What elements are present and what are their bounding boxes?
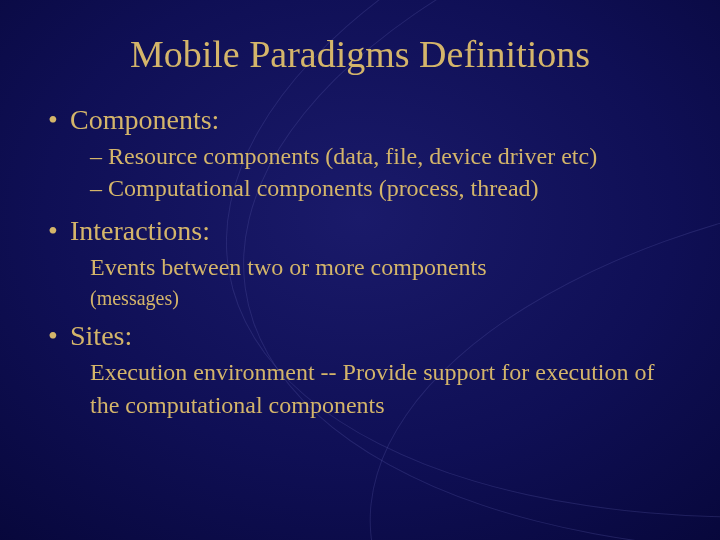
sub-text-small: (messages) — [90, 285, 672, 312]
bullet-icon: • — [48, 215, 70, 247]
bullet-label: Components: — [70, 104, 219, 136]
bullet-list: • Components: – Resource components (dat… — [48, 104, 672, 421]
bullet-icon: • — [48, 104, 70, 136]
dash-icon: – — [90, 172, 108, 204]
bullet-item-sites: • Sites: Execution environment -- Provid… — [48, 320, 672, 421]
bullet-icon: • — [48, 320, 70, 352]
bullet-item-components: • Components: – Resource components (dat… — [48, 104, 672, 205]
sub-item: – Computational components (process, thr… — [90, 172, 672, 204]
bullet-item-interactions: • Interactions: Events between two or mo… — [48, 215, 672, 312]
sub-text: Execution environment -- Provide support… — [90, 356, 672, 421]
slide-title: Mobile Paradigms Definitions — [48, 32, 672, 76]
sub-item: – Resource components (data, file, devic… — [90, 140, 672, 172]
bullet-label: Interactions: — [70, 215, 210, 247]
sub-item-text: Computational components (process, threa… — [108, 172, 539, 204]
sub-item-text: Resource components (data, file, device … — [108, 140, 597, 172]
bullet-label: Sites: — [70, 320, 132, 352]
sub-text: Events between two or more components — [90, 251, 672, 283]
dash-icon: – — [90, 140, 108, 172]
slide: Mobile Paradigms Definitions • Component… — [0, 0, 720, 540]
